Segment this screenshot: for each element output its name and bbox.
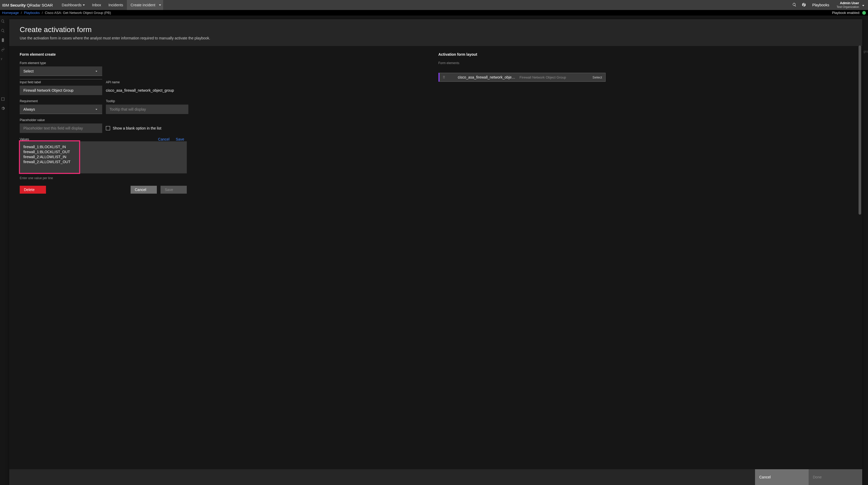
nav-dashboards[interactable]: Dashboards [58,0,89,10]
clipboard-icon[interactable] [1,38,5,42]
caret-down-icon [862,5,864,6]
drag-handle-icon[interactable]: ⠿ [443,75,445,79]
modal-body: Form element create Form element type Se… [9,46,862,469]
nav-incidents-label: Incidents [108,3,123,7]
requirement-value: Always [23,107,35,112]
form-elements-label: Form elements [438,61,852,65]
row-label-api: Input field label API name cisco_asa_fir… [20,81,428,95]
truncated-edge-text: gro [864,50,868,53]
nav-inbox[interactable]: Inbox [89,0,105,10]
values-hint: Enter one value per line [20,176,428,180]
element-action-row: Delete Cancel Save [20,186,187,194]
left-tool-rail: y [0,19,6,111]
requirement-select[interactable]: Always [20,104,102,114]
spacer [50,186,127,194]
values-highlight-box [20,141,187,174]
field-show-blank: Show a blank option in the list [106,123,428,133]
playbook-status-label: Playbook enabled: [832,11,860,15]
activation-form-layout-panel: Activation form layout Form elements ⠿ c… [436,52,852,463]
gear-icon[interactable] [1,107,5,111]
create-incident-dropdown[interactable] [156,0,161,10]
crumb-current: Cisco ASA: Get Network Object Group (PB) [45,11,111,15]
user-menu[interactable]: Admin User Test Organization [833,1,861,9]
search-icon [792,3,797,7]
user-org: Test Organization [836,5,859,9]
section-title-layout: Activation form layout [438,52,852,57]
scrollbar-thumb[interactable] [859,46,861,215]
nav-playbooks[interactable]: Playbooks [809,3,833,7]
field-tooltip: Tooltip [106,99,188,114]
layout-item-label: Firewall Network Object Group [520,75,590,79]
logo-security: Security [10,3,26,7]
nav-dashboards-label: Dashboards [62,3,82,7]
globe-icon [802,3,806,7]
nav-incidents[interactable]: Incidents [105,0,127,10]
crumb-sep: / [19,11,24,15]
cancel-button[interactable]: Cancel [130,186,157,194]
primary-nav: Dashboards Inbox Incidents Create incide… [58,0,163,10]
type-label: Form element type [20,61,102,65]
layout-item-type: Select [592,75,602,79]
user-name: Admin User [836,1,859,5]
modal-subtitle: Use the activation form in cases where t… [20,36,852,40]
field-type: Form element type Select [20,61,102,79]
modal-done-button: Done [809,469,862,485]
spacer [9,469,755,485]
show-blank-checkbox[interactable] [106,126,110,130]
search-icon[interactable] [1,29,5,33]
delete-button[interactable]: Delete [20,186,46,194]
chevron-down-icon [94,69,98,73]
logo-ibm: IBM [2,3,9,7]
api-name-label: API name [106,81,428,84]
requirement-label: Requirement [20,99,102,103]
modal-cancel-label: Cancel [759,475,771,479]
logo-product: QRadar SOAR [27,3,53,7]
panel-icon[interactable] [1,97,5,101]
globe-button[interactable] [799,3,809,8]
top-bar: IBM Security QRadar SOAR Dashboards Inbo… [0,0,868,10]
search-button[interactable] [790,3,799,8]
link-icon[interactable] [1,48,5,52]
modal-done-label: Done [813,475,822,479]
field-requirement: Requirement Always [20,99,102,114]
show-blank-label: Show a blank option in the list [113,126,161,130]
save-button: Save [160,186,187,194]
user-menu-dropdown[interactable] [861,3,866,7]
rail-label: y [1,57,6,60]
row-placeholder-blank: Placeholder value Show a blank option in… [20,118,428,133]
row-req-tooltip: Requirement Always Tooltip [20,99,428,114]
modal-header: Create activation form Use the activatio… [9,19,862,46]
field-input-label: Input field label [20,81,102,95]
field-placeholder: Placeholder value [20,118,102,133]
input-field-label-label: Input field label [20,81,102,84]
placeholder-value-input[interactable] [20,123,102,133]
values-textarea[interactable] [20,141,187,173]
section-title-create: Form element create [20,52,428,57]
search-icon[interactable] [1,19,5,23]
layout-item-apiname: cisco_asa_firewall_network_object_g… [458,75,517,79]
breadcrumb: Homepage / Playbooks / Cisco ASA: Get Ne… [0,10,868,16]
modal-cancel-button[interactable]: Cancel [755,469,809,485]
type-select-value: Select [23,69,34,73]
values-header: Values Cancel Save [20,137,187,141]
crumb-sep: / [40,11,45,15]
values-cancel-link[interactable]: Cancel [156,137,172,141]
input-field-label-input[interactable] [20,86,102,95]
tooltip-label: Tooltip [106,99,188,103]
workspace: y gro Create activation form Use the act… [0,16,868,485]
nav-create-incident[interactable]: Create incident [127,0,163,10]
layout-item[interactable]: ⠿ cisco_asa_firewall_network_object_g… F… [438,73,606,82]
values-label: Values [20,138,29,141]
form-element-create-panel: Form element create Form element type Se… [20,52,436,463]
type-select[interactable]: Select [20,66,102,76]
nav-inbox-label: Inbox [92,3,101,7]
enabled-indicator-icon[interactable] [862,11,866,15]
crumb-playbooks[interactable]: Playbooks [24,11,40,15]
playbook-status: Playbook enabled: [832,11,866,15]
placeholder-value-label: Placeholder value [20,118,102,122]
crumb-home[interactable]: Homepage [2,11,19,15]
values-save-link[interactable]: Save [173,137,187,141]
caret-down-icon [83,4,85,6]
field-api-name: API name cisco_asa_firewall_network_obje… [106,81,428,95]
tooltip-input[interactable] [106,104,188,114]
